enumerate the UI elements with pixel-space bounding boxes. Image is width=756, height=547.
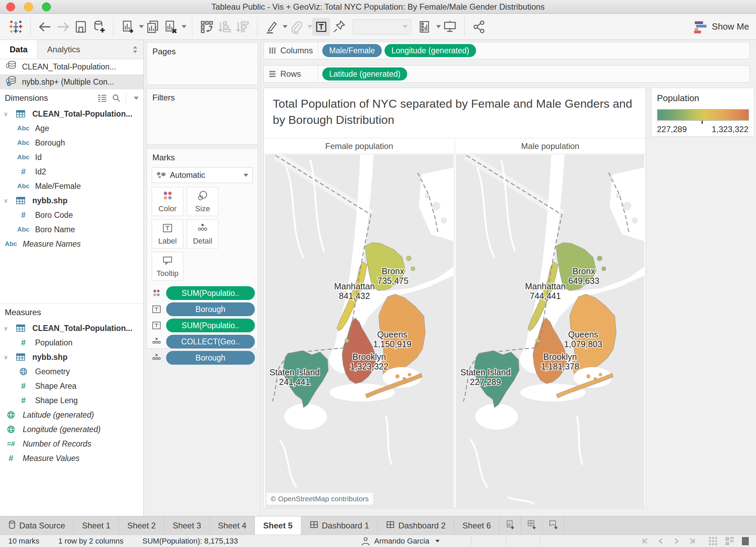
field-group-row[interactable]: ∨ nybb.shp	[0, 350, 143, 364]
prev-page-icon[interactable]	[657, 538, 664, 545]
field-row[interactable]: Latitude (generated)	[0, 408, 143, 422]
fix-axes-pin-icon[interactable]	[330, 18, 348, 36]
attach-caret[interactable]	[307, 25, 312, 28]
field-row[interactable]: # Boro Code	[0, 208, 143, 222]
sheet-tab-sheet-5[interactable]: Sheet 5	[255, 516, 301, 535]
swap-rows-columns-button[interactable]	[198, 18, 216, 36]
first-page-icon[interactable]	[641, 538, 648, 545]
field-row[interactable]: Abc Borough	[0, 136, 143, 150]
new-worksheet-button[interactable]	[119, 18, 137, 36]
collapse-icon[interactable]: ∨	[0, 197, 12, 204]
field-row[interactable]: # Id2	[0, 164, 143, 179]
find-field-icon[interactable]	[112, 94, 120, 102]
fit-selector[interactable]	[353, 19, 411, 34]
new-data-source-button[interactable]	[90, 18, 108, 36]
sheet-tab-data-source[interactable]: Data Source	[0, 516, 74, 535]
sheet-tab-sheet-6[interactable]: Sheet 6	[454, 516, 500, 535]
shelf-pill[interactable]: Longitude (generated)	[385, 44, 476, 57]
highlight-caret[interactable]	[283, 25, 288, 28]
marks-tooltip-button[interactable]: Tooltip	[152, 252, 183, 281]
shelf-pill[interactable]: Male/Female	[322, 44, 382, 57]
panel-sort-icon[interactable]	[132, 40, 143, 59]
next-page-icon[interactable]	[673, 538, 680, 545]
viz-title[interactable]: Total Population of NYC separated by Fem…	[264, 88, 646, 128]
shelf-pill[interactable]: Latitude (generated)	[322, 67, 407, 81]
close-window-icon[interactable]	[6, 2, 15, 11]
field-row[interactable]: Abc Id	[0, 150, 143, 164]
sort-ascending-button[interactable]	[216, 18, 234, 36]
zoom-window-icon[interactable]	[42, 2, 51, 11]
new-worksheet-button[interactable]	[499, 516, 521, 535]
minimize-window-icon[interactable]	[24, 2, 33, 11]
color-legend[interactable]: Population 227,289 1,323,322	[651, 88, 754, 137]
map-male[interactable]: Bronx649,633Manhattan744,441Queens1,079,…	[455, 154, 646, 509]
mark-pill[interactable]: SUM(Populatio..	[166, 286, 255, 300]
field-group-row[interactable]: ∨ CLEAN_Total-Population...	[0, 107, 143, 121]
mark-labels-caret[interactable]	[436, 25, 441, 28]
collapse-icon[interactable]: ∨	[0, 110, 12, 118]
field-row[interactable]: Abc Age	[0, 121, 143, 136]
mark-type-dropdown[interactable]: Automatic	[152, 167, 253, 183]
collapse-icon[interactable]: ∨	[0, 354, 12, 361]
presentation-mode-button[interactable]	[441, 18, 459, 36]
field-row[interactable]: Abc Male/Female	[0, 179, 143, 193]
clear-sheet-caret[interactable]	[182, 25, 186, 28]
sheet-tab-sheet-3[interactable]: Sheet 3	[164, 516, 210, 535]
attach-button[interactable]	[288, 18, 305, 36]
legend-gradient[interactable]	[657, 109, 749, 121]
marks-color-button[interactable]: Color	[152, 187, 183, 216]
tab-data[interactable]: Data	[0, 40, 37, 59]
collapse-icon[interactable]: ∨	[0, 325, 12, 332]
sheet-tab-sheet-2[interactable]: Sheet 2	[119, 516, 164, 535]
map-pane[interactable]: Bronx735,475Manhattan841,432Queens1,150,…	[264, 154, 455, 509]
rows-shelf[interactable]: Rows Latitude (generated)	[263, 65, 750, 83]
new-story-button[interactable]	[543, 516, 564, 535]
show-mark-labels-button[interactable]	[312, 18, 330, 36]
highlight-button[interactable]	[263, 18, 281, 36]
grid-view-icon[interactable]	[709, 537, 717, 546]
sheet-tab-dashboard-2[interactable]: Dashboard 2	[378, 516, 454, 535]
map-female[interactable]: Bronx735,475Manhattan841,432Queens1,150,…	[264, 154, 455, 509]
tab-analytics[interactable]: Analytics	[37, 40, 90, 59]
data-source-item[interactable]: nybb.shp+ (Multiple Con...	[0, 74, 143, 89]
share-button[interactable]	[470, 18, 488, 36]
field-row[interactable]: Abc Measure Names	[0, 237, 143, 251]
last-page-icon[interactable]	[689, 538, 696, 545]
sheet-tab-sheet-1[interactable]: Sheet 1	[74, 516, 119, 535]
user-menu[interactable]: Armando Garcia	[361, 536, 440, 546]
sheet-tab-dashboard-1[interactable]: Dashboard 1	[301, 516, 378, 535]
marks-size-button[interactable]: Size	[187, 187, 218, 216]
new-worksheet-caret[interactable]	[139, 25, 144, 28]
marks-label-button[interactable]: Label	[152, 219, 183, 248]
redo-button[interactable]	[54, 18, 72, 36]
mark-labels-toggle-button[interactable]	[416, 18, 434, 36]
field-row[interactable]: =# Number of Records	[0, 437, 143, 451]
filters-shelf[interactable]: Filters	[147, 88, 258, 145]
clear-sheet-button[interactable]	[162, 18, 180, 36]
field-row[interactable]: # Shape Area	[0, 379, 143, 393]
sort-descending-button[interactable]	[234, 18, 251, 36]
mark-pill[interactable]: Borough	[166, 351, 255, 365]
mark-pill[interactable]: SUM(Populatio..	[166, 319, 255, 332]
field-group-row[interactable]: ∨ CLEAN_Total-Population...	[0, 321, 143, 335]
field-row[interactable]: Longitude (generated)	[0, 422, 143, 437]
duplicate-sheet-button[interactable]	[144, 18, 162, 36]
field-row[interactable]: Abc Boro Name	[0, 222, 143, 237]
map-pane[interactable]: Bronx649,633Manhattan744,441Queens1,079,…	[455, 154, 646, 509]
dimensions-menu-caret[interactable]	[134, 97, 139, 100]
mark-pill[interactable]: COLLECT(Geo..	[166, 335, 255, 348]
show-me-button[interactable]: Show Me	[693, 20, 749, 34]
sheet-view-icon[interactable]	[742, 537, 749, 546]
field-row[interactable]: Geometry	[0, 364, 143, 379]
save-button[interactable]	[72, 18, 90, 36]
field-row[interactable]: # Measure Values	[0, 451, 143, 465]
view-as-list-icon[interactable]	[98, 94, 107, 102]
sheet-tab-sheet-4[interactable]: Sheet 4	[210, 516, 255, 535]
pages-shelf[interactable]: Pages	[147, 42, 258, 85]
field-group-row[interactable]: ∨ nybb.shp	[0, 193, 143, 208]
field-row[interactable]: # Population	[0, 335, 143, 350]
undo-button[interactable]	[36, 18, 54, 36]
new-dashboard-button[interactable]	[521, 516, 543, 535]
tableau-logo-icon[interactable]	[7, 18, 25, 36]
marks-detail-button[interactable]: Detail	[187, 219, 218, 248]
